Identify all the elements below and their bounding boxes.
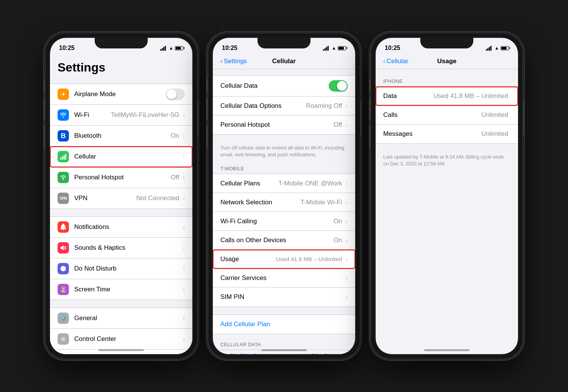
usage-item[interactable]: Usage Used 41.8 MB – Unlimited ›	[213, 250, 355, 269]
usage-nav-title: Usage	[437, 58, 456, 65]
network-selection-item[interactable]: Network Selection T-Mobile Wi-Fi ›	[213, 193, 355, 212]
dnd-icon	[58, 263, 69, 274]
airplane-toggle[interactable]	[166, 89, 185, 100]
phone-3-content: ‹ Cellular Usage IPHONE Data	[376, 54, 518, 354]
add-plan-label: Add Cellular Plan	[220, 320, 270, 328]
tmobile-group: Cellular Plans T-Mobile ONE @Work › Netw…	[213, 174, 355, 307]
signal-icon-3	[486, 46, 492, 51]
cellular-scroll[interactable]: Cellular Data Cellular Data Options	[213, 69, 355, 354]
general-chevron: ›	[183, 315, 185, 321]
personal-hotspot-value: Off	[334, 121, 342, 129]
sim-pin-chevron: ›	[346, 294, 348, 300]
calls-usage-item[interactable]: Calls Unlimited	[376, 106, 518, 124]
dnd-item[interactable]: Do Not Disturb ›	[50, 258, 192, 279]
personal-hotspot-chevron: ›	[346, 122, 348, 128]
screentime-item[interactable]: ⏳ Screen Time ›	[50, 279, 192, 300]
airplane-mode-item[interactable]: ✈ Airplane Mode	[50, 84, 192, 105]
tmobile-section-header: T-MOBILE	[213, 166, 355, 174]
general-item[interactable]: ⚙️ General ›	[50, 308, 192, 329]
notifications-chevron: ›	[183, 224, 185, 230]
back-chevron-3: ‹	[383, 58, 385, 65]
notch-2	[257, 38, 311, 48]
cellular-nav-title: Cellular	[272, 58, 296, 65]
phone-1-screen: 10:25 ▲ Settings	[50, 38, 192, 354]
cellular-chevron: ›	[183, 154, 185, 160]
bluetooth-item[interactable]: B Bluetooth On ›	[50, 126, 192, 146]
cellular-plans-chevron: ›	[346, 180, 348, 187]
side-button-silent	[44, 79, 45, 92]
status-time-3: 10:25	[385, 45, 400, 51]
wifi-value: TellMyWi-FiLoveHer-5G	[111, 111, 179, 119]
calls-usage-label: Calls	[383, 111, 398, 118]
data-usage-value: Used 41.8 MB – Unlimited	[434, 92, 508, 100]
wifi-calling-label: Wi-Fi Calling	[220, 218, 257, 225]
svg-marker-5	[61, 245, 64, 250]
cellular-data-options-item[interactable]: Cellular Data Options Roaming Off ›	[213, 96, 355, 115]
cellular-plans-value: T-Mobile ONE @Work	[278, 180, 342, 187]
cellular-top-group: Cellular Data Cellular Data Options	[213, 75, 355, 135]
sim-pin-item[interactable]: SIM PIN ›	[213, 288, 355, 306]
usage-note-text: Last updated by T-Mobile at 9:24 AM. Bil…	[383, 154, 504, 166]
status-icons-3: ▲	[486, 45, 509, 51]
add-plan-group: Add Cellular Plan	[213, 314, 355, 334]
side-button-power-3	[523, 101, 524, 135]
battery-icon-1	[175, 46, 183, 50]
bluetooth-icon: B	[58, 130, 69, 142]
svg-rect-3	[66, 154, 67, 160]
controlcenter-item[interactable]: ⊞ Control Center ›	[50, 329, 192, 350]
hotspot-label: Personal Hotspot	[74, 174, 123, 181]
data-usage-item[interactable]: Data Used 41.8 MB – Unlimited	[376, 87, 518, 106]
back-label-3: Cellular	[387, 58, 409, 65]
cellular-description: Turn off cellular data to restrict all d…	[213, 142, 355, 162]
cellular-data-toggle[interactable]	[329, 80, 348, 92]
calls-other-devices-item[interactable]: Calls on Other Devices On ›	[213, 231, 355, 250]
sounds-label: Sounds & Haptics	[74, 244, 125, 251]
settings-header: Settings	[50, 54, 192, 78]
carrier-services-label: Carrier Services	[220, 274, 267, 282]
vpn-item[interactable]: VPN VPN Not Connected ›	[50, 188, 192, 208]
wifi-item[interactable]: Wi-Fi TellMyWi-FiLoveHer-5G ›	[50, 105, 192, 126]
hotspot-item[interactable]: Personal Hotspot Off ›	[50, 167, 192, 188]
phones-container: 10:25 ▲ Settings	[38, 26, 530, 366]
wifi-calling-item[interactable]: Wi-Fi Calling On ›	[213, 212, 355, 231]
general-label: General	[74, 314, 97, 322]
cellular-data-options-value: Roaming Off	[306, 102, 342, 110]
wifi-calling-chevron: ›	[346, 218, 348, 224]
sim-pin-label: SIM PIN	[220, 293, 244, 300]
airplane-icon: ✈	[58, 89, 69, 100]
home-indicator-1	[98, 349, 144, 351]
wifi-icon-3: ▲	[495, 45, 499, 51]
settings-scroll[interactable]: Settings ✈ Airplane Mode	[50, 54, 192, 354]
usage-scroll[interactable]: IPHONE Data Used 41.8 MB – Unlimited	[376, 69, 518, 354]
cellular-item[interactable]: Cellular ›	[50, 146, 192, 167]
carrier-services-item[interactable]: Carrier Services ›	[213, 269, 355, 288]
usage-group: Data Used 41.8 MB – Unlimited Calls	[376, 86, 518, 144]
sounds-item[interactable]: Sounds & Haptics ›	[50, 238, 192, 258]
cellular-plans-item[interactable]: Cellular Plans T-Mobile ONE @Work ›	[213, 174, 355, 193]
network-selection-chevron: ›	[346, 199, 348, 205]
battery-icon-3	[501, 46, 509, 50]
back-to-cellular[interactable]: ‹ Cellular	[383, 58, 408, 65]
add-cellular-plan-item[interactable]: Add Cellular Plan	[213, 315, 355, 334]
notifications-label: Notifications	[74, 223, 109, 230]
notifications-item[interactable]: Notifications ›	[50, 217, 192, 238]
vpn-label: VPN	[74, 194, 87, 202]
status-time-2: 10:25	[222, 45, 237, 51]
back-to-settings[interactable]: ‹ Settings	[220, 58, 247, 65]
data-usage-label: Data	[383, 92, 397, 100]
messages-usage-item[interactable]: Messages Unlimited	[376, 124, 518, 143]
wifi-calling-value: On	[334, 218, 342, 225]
side-button-silent-3	[370, 79, 371, 92]
cellular-data-options-chevron: ›	[346, 103, 348, 109]
cellular-data-item[interactable]: Cellular Data	[213, 76, 355, 96]
home-indicator-2	[261, 349, 307, 351]
side-button-vol-down-2	[207, 126, 208, 149]
phone-2: 10:25 ▲ ‹ Settings	[208, 33, 360, 359]
phone-3-screen: 10:25 ▲ ‹ Cellular	[376, 38, 518, 354]
personal-hotspot-item[interactable]: Personal Hotspot Off ›	[213, 115, 355, 134]
phone-1-content: Settings ✈ Airplane Mode	[50, 54, 192, 354]
battery-icon-2	[338, 46, 346, 50]
side-button-vol-down	[44, 126, 45, 149]
messages-usage-label: Messages	[383, 130, 412, 137]
notch	[95, 38, 148, 48]
